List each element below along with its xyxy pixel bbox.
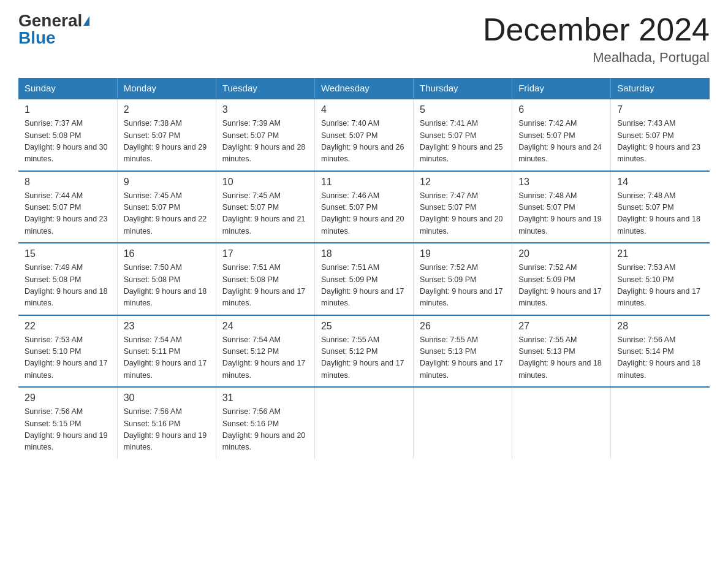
day-cell: 6 Sunrise: 7:42 AMSunset: 5:07 PMDayligh… [512,99,611,171]
day-number: 16 [124,248,210,259]
page-header: General Blue December 2024 Mealhada, Por… [18,12,710,66]
day-info: Sunrise: 7:42 AMSunset: 5:07 PMDaylight:… [518,118,604,166]
day-info: Sunrise: 7:43 AMSunset: 5:07 PMDaylight:… [617,118,703,166]
header-cell-friday: Friday [512,78,611,99]
day-number: 2 [124,104,210,115]
day-number: 6 [518,104,604,115]
day-number: 27 [518,321,604,332]
day-number: 26 [420,321,506,332]
day-number: 7 [617,104,703,115]
day-info: Sunrise: 7:47 AMSunset: 5:07 PMDaylight:… [420,190,506,238]
logo: General Blue [18,12,89,47]
title-block: December 2024 Mealhada, Portugal [483,12,710,66]
day-number: 1 [25,104,111,115]
day-info: Sunrise: 7:48 AMSunset: 5:07 PMDaylight:… [518,190,604,238]
day-info: Sunrise: 7:56 AMSunset: 5:16 PMDaylight:… [124,406,210,454]
day-info: Sunrise: 7:55 AMSunset: 5:12 PMDaylight:… [321,334,407,382]
day-number: 14 [617,177,703,188]
day-cell: 7 Sunrise: 7:43 AMSunset: 5:07 PMDayligh… [611,99,710,171]
day-number: 17 [222,248,308,259]
day-cell: 18 Sunrise: 7:51 AMSunset: 5:09 PMDaylig… [314,243,413,315]
day-cell: 17 Sunrise: 7:51 AMSunset: 5:08 PMDaylig… [216,243,314,315]
header-cell-monday: Monday [117,78,216,99]
day-cell: 5 Sunrise: 7:41 AMSunset: 5:07 PMDayligh… [414,99,512,171]
day-info: Sunrise: 7:50 AMSunset: 5:08 PMDaylight:… [124,262,210,310]
day-cell: 21 Sunrise: 7:53 AMSunset: 5:10 PMDaylig… [611,243,710,315]
day-info: Sunrise: 7:45 AMSunset: 5:07 PMDaylight:… [222,190,308,238]
day-number: 22 [25,321,111,332]
day-number: 9 [124,177,210,188]
day-info: Sunrise: 7:54 AMSunset: 5:11 PMDaylight:… [124,334,210,382]
day-info: Sunrise: 7:52 AMSunset: 5:09 PMDaylight:… [518,262,604,310]
header-row: SundayMondayTuesdayWednesdayThursdayFrid… [18,78,710,99]
day-info: Sunrise: 7:39 AMSunset: 5:07 PMDaylight:… [222,118,308,166]
day-info: Sunrise: 7:48 AMSunset: 5:07 PMDaylight:… [617,190,703,238]
day-info: Sunrise: 7:45 AMSunset: 5:07 PMDaylight:… [124,190,210,238]
day-cell: 26 Sunrise: 7:55 AMSunset: 5:13 PMDaylig… [414,315,512,388]
day-number: 30 [124,393,210,404]
day-cell: 30 Sunrise: 7:56 AMSunset: 5:16 PMDaylig… [117,387,216,459]
day-cell: 2 Sunrise: 7:38 AMSunset: 5:07 PMDayligh… [117,99,216,171]
week-row-4: 22 Sunrise: 7:53 AMSunset: 5:10 PMDaylig… [18,315,710,388]
day-cell: 12 Sunrise: 7:47 AMSunset: 5:07 PMDaylig… [414,171,512,243]
day-cell: 15 Sunrise: 7:49 AMSunset: 5:08 PMDaylig… [18,243,117,315]
day-cell: 23 Sunrise: 7:54 AMSunset: 5:11 PMDaylig… [117,315,216,388]
day-cell: 27 Sunrise: 7:55 AMSunset: 5:13 PMDaylig… [512,315,611,388]
day-cell [512,387,611,459]
header-cell-sunday: Sunday [18,78,117,99]
header-cell-thursday: Thursday [414,78,512,99]
day-number: 3 [222,104,308,115]
day-cell: 3 Sunrise: 7:39 AMSunset: 5:07 PMDayligh… [216,99,314,171]
day-cell: 22 Sunrise: 7:53 AMSunset: 5:10 PMDaylig… [18,315,117,388]
logo-blue: Blue [18,29,56,47]
day-number: 29 [25,393,111,404]
day-cell: 14 Sunrise: 7:48 AMSunset: 5:07 PMDaylig… [611,171,710,243]
day-info: Sunrise: 7:56 AMSunset: 5:15 PMDaylight:… [25,406,111,454]
day-number: 8 [25,177,111,188]
day-info: Sunrise: 7:38 AMSunset: 5:07 PMDaylight:… [124,118,210,166]
day-number: 24 [222,321,308,332]
calendar-table: SundayMondayTuesdayWednesdayThursdayFrid… [18,78,710,459]
day-cell: 11 Sunrise: 7:46 AMSunset: 5:07 PMDaylig… [314,171,413,243]
day-number: 23 [124,321,210,332]
day-number: 15 [25,248,111,259]
day-cell: 1 Sunrise: 7:37 AMSunset: 5:08 PMDayligh… [18,99,117,171]
day-info: Sunrise: 7:51 AMSunset: 5:08 PMDaylight:… [222,262,308,310]
location: Mealhada, Portugal [483,50,710,66]
day-number: 28 [617,321,703,332]
day-info: Sunrise: 7:55 AMSunset: 5:13 PMDaylight:… [420,334,506,382]
day-cell: 20 Sunrise: 7:52 AMSunset: 5:09 PMDaylig… [512,243,611,315]
week-row-1: 1 Sunrise: 7:37 AMSunset: 5:08 PMDayligh… [18,99,710,171]
month-title: December 2024 [483,12,710,47]
logo-general: General [18,12,82,29]
week-row-2: 8 Sunrise: 7:44 AMSunset: 5:07 PMDayligh… [18,171,710,243]
day-number: 18 [321,248,407,259]
day-number: 12 [420,177,506,188]
day-info: Sunrise: 7:56 AMSunset: 5:14 PMDaylight:… [617,334,703,382]
logo-triangle-icon [83,16,89,26]
day-info: Sunrise: 7:41 AMSunset: 5:07 PMDaylight:… [420,118,506,166]
day-info: Sunrise: 7:54 AMSunset: 5:12 PMDaylight:… [222,334,308,382]
day-number: 11 [321,177,407,188]
day-number: 25 [321,321,407,332]
day-info: Sunrise: 7:49 AMSunset: 5:08 PMDaylight:… [25,262,111,310]
day-cell [414,387,512,459]
day-cell: 24 Sunrise: 7:54 AMSunset: 5:12 PMDaylig… [216,315,314,388]
day-info: Sunrise: 7:56 AMSunset: 5:16 PMDaylight:… [222,406,308,454]
day-cell [314,387,413,459]
day-info: Sunrise: 7:51 AMSunset: 5:09 PMDaylight:… [321,262,407,310]
day-cell [611,387,710,459]
day-number: 31 [222,393,308,404]
day-cell: 19 Sunrise: 7:52 AMSunset: 5:09 PMDaylig… [414,243,512,315]
day-number: 21 [617,248,703,259]
week-row-3: 15 Sunrise: 7:49 AMSunset: 5:08 PMDaylig… [18,243,710,315]
day-info: Sunrise: 7:46 AMSunset: 5:07 PMDaylight:… [321,190,407,238]
day-number: 4 [321,104,407,115]
calendar-header: SundayMondayTuesdayWednesdayThursdayFrid… [18,78,710,99]
day-cell: 16 Sunrise: 7:50 AMSunset: 5:08 PMDaylig… [117,243,216,315]
header-cell-wednesday: Wednesday [314,78,413,99]
day-cell: 8 Sunrise: 7:44 AMSunset: 5:07 PMDayligh… [18,171,117,243]
day-number: 20 [518,248,604,259]
day-info: Sunrise: 7:53 AMSunset: 5:10 PMDaylight:… [25,334,111,382]
day-info: Sunrise: 7:52 AMSunset: 5:09 PMDaylight:… [420,262,506,310]
